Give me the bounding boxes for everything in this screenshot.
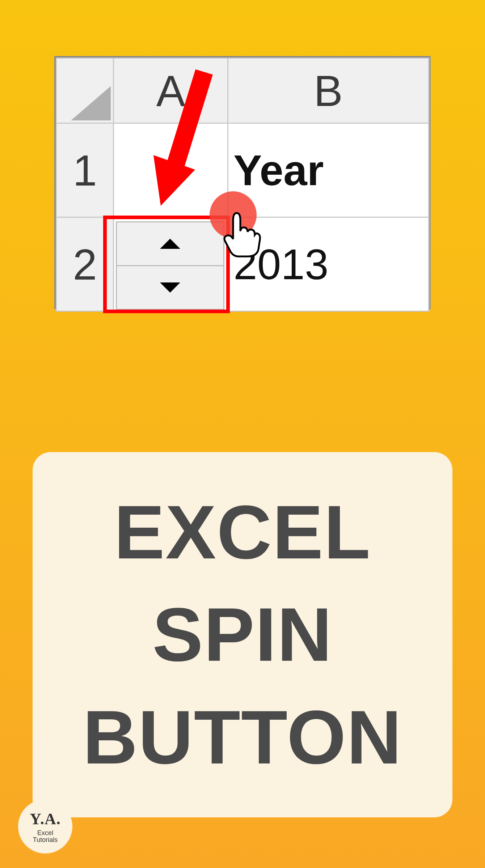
cell-a2[interactable] <box>114 217 228 311</box>
select-all-corner[interactable] <box>56 58 114 123</box>
title-line-3: BUTTON <box>83 695 402 780</box>
svg-marker-0 <box>153 155 195 206</box>
title-text: EXCEL SPIN BUTTON <box>83 481 402 789</box>
cell-b1[interactable]: Year <box>228 123 429 217</box>
arrow-annotation-icon <box>128 65 237 217</box>
row-header-1[interactable]: 1 <box>56 123 114 217</box>
highlight-box <box>103 216 230 313</box>
badge-subtitle: Excel Tutorials <box>33 830 58 843</box>
hand-cursor-icon <box>219 209 262 260</box>
corner-triangle-icon <box>71 86 111 120</box>
title-line-1: EXCEL <box>114 490 371 575</box>
excel-screenshot: A B 1 Year 2 <box>54 56 431 309</box>
title-card: EXCEL SPIN BUTTON <box>33 452 452 817</box>
column-header-b[interactable]: B <box>228 58 429 123</box>
spreadsheet-grid: A B 1 Year 2 <box>56 58 429 312</box>
badge-initials: Y.A. <box>30 810 61 828</box>
logo-badge: Y.A. Excel Tutorials <box>18 799 72 854</box>
title-line-2: SPIN <box>152 592 333 677</box>
